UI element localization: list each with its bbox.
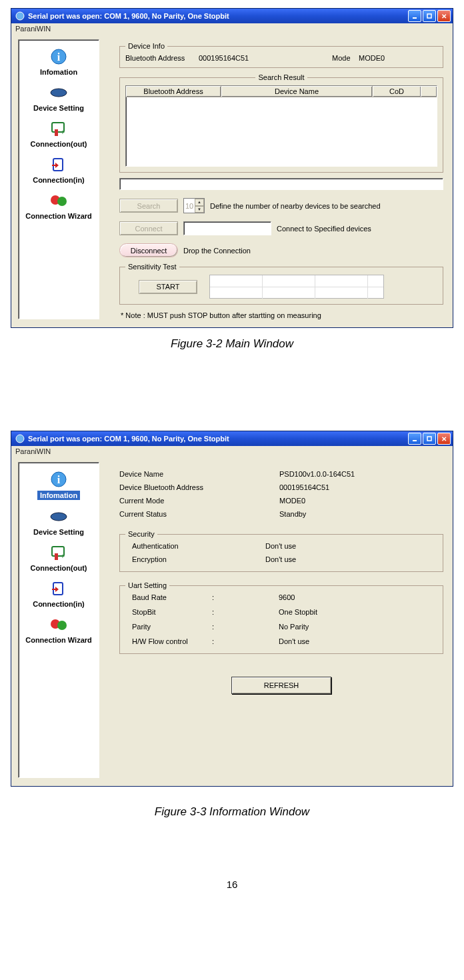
baud-label: Baud Rate — [125, 593, 212, 601]
sidebar-item-device-setting[interactable]: Device Setting — [19, 80, 99, 116]
spinner-value: 10 — [184, 202, 195, 210]
current-mode-value: MODE0 — [279, 497, 305, 505]
sidebar-label: Infomation — [40, 68, 77, 76]
security-group: Security AuthenticationDon't use Encrypt… — [119, 530, 443, 572]
svg-text:i: i — [57, 51, 61, 63]
sidebar-item-connection-wizard[interactable]: Connection Wizard — [19, 612, 99, 648]
spinner-up[interactable]: ▲ — [195, 199, 204, 206]
info-icon: i — [47, 469, 71, 489]
sidebar-item-connection-out[interactable]: + Connection(out) — [19, 116, 99, 152]
refresh-button[interactable]: REFRESH — [231, 677, 331, 694]
sensitivity-grid — [209, 275, 384, 299]
connect-button[interactable]: Connect — [119, 221, 178, 235]
sensitivity-note: * Note : MUST push STOP button after sta… — [121, 311, 443, 319]
sidebar-item-information[interactable]: i Infomation — [19, 44, 99, 80]
maximize-button[interactable] — [423, 433, 436, 445]
spinner-down[interactable]: ▼ — [195, 206, 204, 213]
encryption-value: Don't use — [265, 555, 296, 563]
menu-bar[interactable]: ParaniWIN — [11, 446, 453, 458]
col-spacer — [421, 86, 437, 97]
connection-out-icon: + — [47, 119, 71, 139]
device-name-value: PSD100v1.0.0-164C51 — [279, 470, 355, 478]
svg-rect-19 — [55, 553, 58, 560]
disconnect-note: Drop the Connection — [183, 247, 251, 255]
wizard-icon — [47, 615, 71, 635]
uart-setting-group: Uart Setting Baud Rate:9600 StopBit:One … — [119, 581, 443, 654]
svg-rect-13 — [413, 440, 417, 441]
auth-value: Don't use — [265, 542, 296, 550]
titlebar: Serial port was open: COM 1, 9600, No Pa… — [11, 9, 453, 23]
app-icon — [15, 11, 25, 21]
svg-point-23 — [57, 621, 67, 630]
minimize-button[interactable] — [408, 433, 421, 445]
bt-address-value: 000195164C51 — [199, 54, 272, 62]
search-result-legend: Search Result — [255, 73, 307, 81]
device-name-label: Device Name — [119, 470, 279, 478]
titlebar: Serial port was open: COM 1, 9600, No Pa… — [11, 431, 453, 446]
connection-in-icon — [47, 579, 71, 599]
search-result-table[interactable]: Bluetooth Address Device Name CoD — [125, 85, 437, 167]
mode-label: Mode — [332, 54, 352, 62]
sidebar-label: Connection(in) — [33, 176, 85, 184]
sidebar: i Infomation Device Setting + Connection… — [18, 462, 99, 778]
parity-value: No Parity — [279, 623, 309, 631]
uart-legend: Uart Setting — [125, 581, 169, 589]
device-info-group: Device Info Bluetooth Address 000195164C… — [119, 42, 443, 68]
search-note: Define the number of nearby devices to b… — [210, 202, 381, 210]
sidebar-label: Device Setting — [33, 528, 84, 536]
stopbit-value: One Stopbit — [279, 608, 317, 616]
close-button[interactable]: ✕ — [437, 10, 451, 22]
svg-rect-1 — [413, 17, 417, 19]
page-number: 16 — [11, 879, 453, 890]
sidebar: i Infomation Device Setting + Connection… — [18, 39, 99, 319]
svg-point-11 — [57, 197, 67, 206]
window-title: Serial port was open: COM 1, 9600, No Pa… — [28, 435, 229, 443]
disconnect-button[interactable]: Disconnect — [119, 243, 178, 257]
svg-text:+: + — [61, 553, 65, 560]
encryption-label: Encryption — [125, 555, 265, 563]
mode-value: MODE0 — [359, 54, 385, 62]
device-info-legend: Device Info — [125, 42, 167, 50]
sidebar-item-information[interactable]: i Infomation — [19, 467, 99, 504]
bt-address-label: Device Bluetooth Address — [119, 483, 279, 491]
col-device-name[interactable]: Device Name — [221, 86, 373, 97]
app-icon — [15, 434, 25, 443]
maximize-button[interactable] — [423, 10, 436, 22]
colon: : — [212, 623, 279, 631]
sidebar-item-connection-in[interactable]: Connection(in) — [19, 576, 99, 612]
menu-bar[interactable]: ParaniWIN — [11, 23, 453, 35]
status-strip — [119, 178, 443, 190]
connect-target-input[interactable] — [183, 221, 271, 235]
svg-text:+: + — [61, 129, 65, 136]
svg-rect-7 — [55, 129, 58, 136]
connection-out-icon: + — [47, 543, 71, 563]
search-result-group: Search Result Bluetooth Address Device N… — [119, 73, 443, 173]
info-window: Serial port was open: COM 1, 9600, No Pa… — [11, 431, 453, 787]
search-count-spinner[interactable]: 10 ▲ ▼ — [183, 198, 205, 213]
close-button[interactable]: ✕ — [437, 433, 451, 445]
start-button[interactable]: START — [139, 280, 197, 294]
svg-rect-14 — [427, 437, 431, 441]
sidebar-item-connection-out[interactable]: + Connection(out) — [19, 540, 99, 576]
colon: : — [212, 593, 279, 601]
parity-label: Parity — [125, 623, 212, 631]
sidebar-item-device-setting[interactable]: Device Setting — [19, 504, 99, 540]
current-status-label: Current Status — [119, 510, 279, 518]
flow-label: H/W Flow control — [125, 637, 212, 645]
connect-note: Connect to Specified devices — [277, 225, 371, 233]
sidebar-item-connection-in[interactable]: Connection(in) — [19, 152, 99, 188]
bt-address-value: 000195164C51 — [279, 483, 329, 491]
auth-label: Authentication — [125, 542, 265, 550]
minimize-button[interactable] — [408, 10, 421, 22]
security-legend: Security — [125, 530, 157, 538]
col-bt-address[interactable]: Bluetooth Address — [126, 86, 221, 97]
stopbit-label: StopBit — [125, 608, 212, 616]
wizard-icon — [47, 191, 71, 211]
main-window: Serial port was open: COM 1, 9600, No Pa… — [11, 8, 453, 328]
svg-rect-2 — [427, 14, 431, 18]
col-cod[interactable]: CoD — [373, 86, 421, 97]
figure-caption-1: Figure 3-2 Main Window — [11, 337, 453, 351]
search-button[interactable]: Search — [119, 199, 178, 213]
sidebar-item-connection-wizard[interactable]: Connection Wizard — [19, 188, 99, 224]
current-status-value: Standby — [279, 510, 306, 518]
